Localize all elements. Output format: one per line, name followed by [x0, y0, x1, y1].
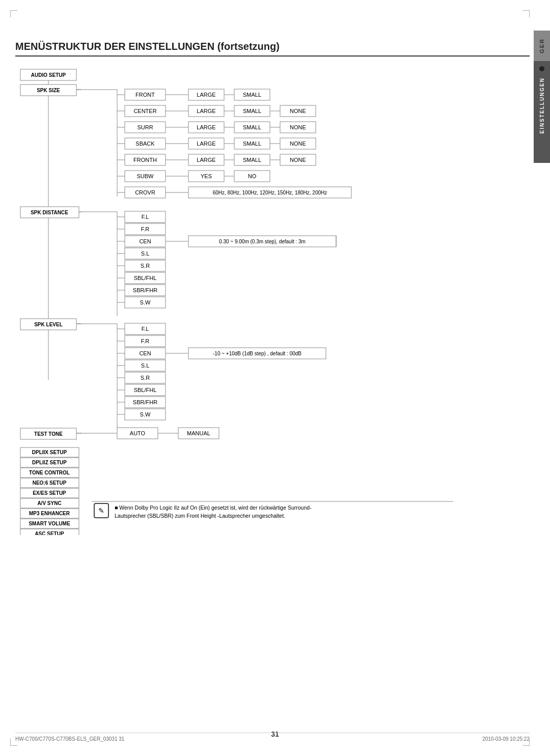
svg-text:SMALL: SMALL: [243, 92, 261, 98]
svg-text:SMALL: SMALL: [243, 157, 261, 163]
svg-text:NONE: NONE: [290, 108, 306, 114]
page-content: MENÜSTRUKTUR DER EINSTELLUNGEN (fortsetz…: [15, 10, 530, 746]
svg-text:CROVR: CROVR: [135, 189, 155, 195]
side-tab: GER: [534, 31, 550, 61]
svg-text:NONE: NONE: [290, 124, 306, 130]
svg-text:S.W: S.W: [140, 299, 151, 305]
svg-text:EX/ES SETUP: EX/ES SETUP: [33, 490, 66, 496]
svg-text:SBL/FHL: SBL/FHL: [134, 387, 157, 393]
svg-text:F.L: F.L: [142, 326, 149, 332]
svg-text:F.L: F.L: [142, 214, 149, 220]
svg-text:60Hz, 80Hz, 100Hz, 120Hz, 150H: 60Hz, 80Hz, 100Hz, 120Hz, 150Hz, 180Hz, …: [213, 190, 327, 195]
svg-text:CEN: CEN: [139, 350, 151, 356]
svg-text:SMALL: SMALL: [243, 141, 261, 147]
svg-text:✎: ✎: [98, 507, 104, 515]
svg-text:AUDIO SETUP: AUDIO SETUP: [31, 72, 66, 78]
svg-text:0.30 ~ 9.00m (0.3m step), defa: 0.30 ~ 9.00m (0.3m step), default : 3m: [219, 239, 306, 244]
footer-left: HW-C700/C770S-C770BS-ELS_GER_03031 31: [15, 736, 124, 742]
footer-right: 2010-03-09 10:25:22: [482, 736, 530, 742]
einstellungen-tab: EINSTELLUNGEN: [534, 61, 550, 163]
svg-text:■  Wenn Dolby Pro Logic IIz au: ■ Wenn Dolby Pro Logic IIz auf On (Ein) …: [115, 505, 312, 511]
svg-text:Lautsprecher (SBL/SBR) zum Fro: Lautsprecher (SBL/SBR) zum Front Height …: [115, 513, 285, 519]
svg-text:SMART VOLUME: SMART VOLUME: [29, 521, 70, 526]
svg-text:A/V SYNC: A/V SYNC: [37, 500, 61, 506]
svg-text:F.R: F.R: [141, 338, 150, 344]
svg-text:NONE: NONE: [290, 141, 306, 147]
svg-text:S.R: S.R: [141, 263, 150, 269]
svg-text:SMALL: SMALL: [243, 124, 261, 130]
svg-text:NO: NO: [248, 173, 257, 179]
svg-text:MANUAL: MANUAL: [187, 430, 210, 436]
svg-text:FRONTH: FRONTH: [133, 157, 157, 163]
svg-text:F.R: F.R: [141, 226, 150, 232]
svg-text:-10 ~ +10dB (1dB step) , defau: -10 ~ +10dB (1dB step) , default : 00dB: [213, 351, 301, 356]
page-footer: HW-C700/C770S-C770BS-ELS_GER_03031 31 20…: [15, 733, 530, 742]
svg-text:CEN: CEN: [139, 238, 151, 244]
svg-text:DPLIIZ SETUP: DPLIIZ SETUP: [32, 460, 67, 465]
svg-text:NEO:6 SETUP: NEO:6 SETUP: [33, 480, 67, 486]
svg-text:S.R: S.R: [141, 375, 150, 381]
ger-label: GER: [539, 38, 545, 53]
svg-text:LARGE: LARGE: [197, 92, 215, 98]
svg-text:SBACK: SBACK: [135, 141, 155, 147]
svg-text:SURR: SURR: [137, 124, 153, 130]
svg-text:SMALL: SMALL: [243, 108, 261, 114]
svg-text:SBR/FHR: SBR/FHR: [133, 399, 157, 405]
svg-text:S.W: S.W: [140, 411, 151, 417]
svg-text:AUTO: AUTO: [130, 430, 146, 436]
bullet-dot: [539, 66, 544, 71]
svg-text:MP3 ENHANCER: MP3 ENHANCER: [29, 511, 70, 516]
svg-text:CENTER: CENTER: [133, 108, 156, 114]
page-title: MENÜSTRUKTUR DER EINSTELLUNGEN (fortsetz…: [15, 41, 530, 57]
svg-text:SUBW: SUBW: [137, 173, 154, 179]
svg-text:DPLIIX SETUP: DPLIIX SETUP: [32, 450, 67, 455]
svg-text:NONE: NONE: [290, 157, 306, 163]
menu-diagram: AUDIO SETUP SPK SIZE FRONT LARGE SMALL C…: [15, 67, 504, 535]
svg-text:SPK DISTANCE: SPK DISTANCE: [31, 210, 68, 215]
svg-text:S.L: S.L: [141, 250, 150, 257]
svg-text:TONE CONTROL: TONE CONTROL: [29, 470, 70, 475]
svg-text:SBL/FHL: SBL/FHL: [134, 275, 157, 281]
svg-text:LARGE: LARGE: [197, 157, 215, 163]
einstellungen-label: EINSTELLUNGEN: [539, 77, 545, 133]
svg-text:LARGE: LARGE: [197, 108, 215, 114]
svg-text:ASC SETUP: ASC SETUP: [35, 531, 64, 535]
svg-text:TEST TONE: TEST TONE: [34, 431, 63, 437]
svg-text:FRONT: FRONT: [135, 92, 155, 98]
svg-text:LARGE: LARGE: [197, 141, 215, 147]
svg-text:SPK LEVEL: SPK LEVEL: [34, 322, 63, 327]
svg-text:SPK SIZE: SPK SIZE: [37, 88, 60, 93]
svg-text:YES: YES: [201, 173, 212, 179]
svg-text:LARGE: LARGE: [197, 124, 215, 130]
svg-text:SBR/FHR: SBR/FHR: [133, 287, 157, 293]
svg-text:S.L: S.L: [141, 362, 150, 369]
